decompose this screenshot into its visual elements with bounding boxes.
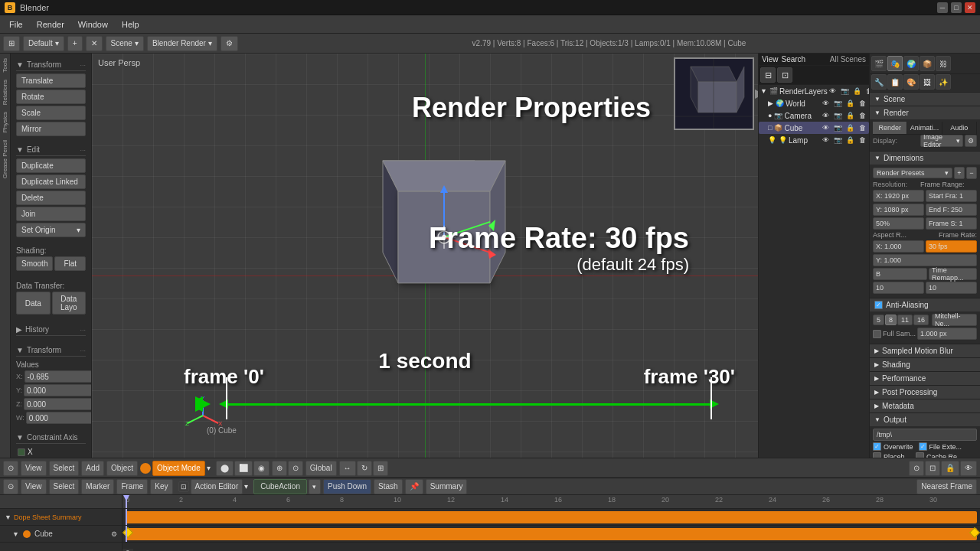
- aspect-x-value[interactable]: X: 1.000: [873, 240, 924, 253]
- proportional-btn[interactable]: ⊙: [909, 461, 924, 476]
- world-render-icon[interactable]: 📷: [832, 98, 843, 109]
- action-name-btn[interactable]: CubeAction: [253, 479, 307, 494]
- eye-icon[interactable]: 👁: [828, 86, 838, 96]
- shading-prop-header[interactable]: ▶ Shading: [870, 358, 980, 371]
- texture-prop-icon[interactable]: 🖼: [920, 74, 935, 90]
- sidebar-tab-relations[interactable]: Relations: [1, 77, 9, 108]
- aspect-y-value[interactable]: Y: 1.000: [873, 254, 977, 266]
- mirror-btn[interactable]: ⊡: [925, 461, 940, 476]
- aa-btn-5[interactable]: 5: [873, 315, 884, 325]
- sidebar-tab-tools[interactable]: Tools: [1, 55, 9, 76]
- view-btn[interactable]: View: [762, 55, 779, 64]
- timeline-view-btn[interactable]: View: [21, 479, 47, 494]
- particle-prop-icon[interactable]: ✨: [936, 74, 951, 90]
- tree-item-lamp[interactable]: 💡 💡 Lamp 👁 📷 🔒 🗑: [759, 134, 869, 146]
- data-layers-btn[interactable]: Data Layo: [52, 292, 87, 315]
- scene-section-header[interactable]: ▼ Scene: [870, 93, 980, 106]
- lamp-eye-icon[interactable]: 👁: [820, 135, 831, 145]
- action-browse-btn[interactable]: ▾: [309, 479, 321, 494]
- aa-btn-8[interactable]: 8: [885, 315, 897, 325]
- lamp-render-icon[interactable]: 📷: [832, 135, 843, 145]
- magnet-icon[interactable]: ⊙: [288, 461, 303, 476]
- stash-btn[interactable]: Stash: [374, 479, 403, 494]
- mode-dropdown-arrow[interactable]: ▾: [207, 464, 211, 472]
- time-val2[interactable]: 10: [926, 282, 977, 294]
- tree-item-cube[interactable]: □ 📦 Cube 👁 📷 🔒 🗑: [759, 122, 869, 134]
- dimensions-section-header[interactable]: ▼ Dimensions: [870, 152, 980, 165]
- scene-dropdown[interactable]: Scene ▾: [106, 36, 144, 51]
- timeline-marker-btn[interactable]: Marker: [81, 479, 114, 494]
- cube-lock-icon[interactable]: 🔒: [844, 122, 855, 133]
- cube-render-icon[interactable]: 📷: [832, 122, 843, 133]
- start-fra-value[interactable]: Start Fra: 1: [926, 190, 977, 202]
- aa-section-header[interactable]: ✓ Anti-Aliasing: [870, 298, 980, 311]
- x-res-value[interactable]: X: 1920 px: [873, 190, 924, 202]
- scale-btn[interactable]: Scale: [16, 106, 86, 120]
- view-lock-btn[interactable]: 👁: [960, 461, 977, 476]
- delete-btn[interactable]: Delete: [16, 191, 86, 205]
- axis-x-checkbox[interactable]: [18, 448, 25, 456]
- vp-select-btn[interactable]: Select: [49, 461, 80, 476]
- render-presets-dropdown[interactable]: Render Presets ▾: [873, 168, 952, 178]
- frame-s-value[interactable]: Frame S: 1: [926, 217, 977, 230]
- render-tab-audio[interactable]: Audio: [942, 122, 977, 134]
- output-path[interactable]: /tmp\: [873, 429, 977, 441]
- frame-rate-value[interactable]: 30 fps: [926, 240, 977, 253]
- camera-trash-icon[interactable]: 🗑: [857, 110, 867, 121]
- rotate-icon[interactable]: ↻: [357, 461, 372, 476]
- rendered-shade-btn[interactable]: ◉: [253, 461, 270, 476]
- aa-btn-16[interactable]: 16: [913, 315, 929, 325]
- display-settings-btn[interactable]: ⚙: [965, 135, 977, 147]
- layout-dropdown[interactable]: Default ▾: [23, 36, 64, 51]
- output-header[interactable]: ▼ Output: [870, 413, 980, 426]
- tree-item-camera[interactable]: ● 📷 Camera 👁 📷 🔒 🗑: [759, 109, 869, 122]
- menu-file[interactable]: File: [3, 18, 29, 31]
- aa-checkbox[interactable]: ✓: [874, 301, 883, 309]
- z-input[interactable]: [24, 398, 91, 410]
- scene-panel-icon1[interactable]: ⊟: [760, 67, 776, 83]
- full-sam-checkbox[interactable]: [873, 330, 881, 338]
- timeline-mode-icon[interactable]: ⊙: [3, 479, 18, 494]
- summary-btn[interactable]: Summary: [426, 479, 468, 494]
- motion-blur-header[interactable]: ▶ Sampled Motion Blur: [870, 344, 980, 357]
- b-value[interactable]: B: [873, 268, 927, 280]
- menu-help[interactable]: Help: [116, 18, 145, 31]
- presets-add-btn[interactable]: +: [954, 167, 965, 179]
- viewport[interactable]: User Persp: [92, 54, 758, 458]
- render-tab-anim[interactable]: Animati...: [907, 122, 942, 134]
- menu-render[interactable]: Render: [31, 18, 70, 31]
- x-input[interactable]: [24, 370, 91, 383]
- tree-item-renderlayers[interactable]: ▼ 🎬 RenderLayers 👁 📷 🔒 🗑: [759, 85, 869, 97]
- sidebar-tab-grease[interactable]: Grease Pencil: [1, 137, 9, 181]
- metadata-header[interactable]: ▶ Metadata: [870, 399, 980, 412]
- scene-prop-icon[interactable]: 🎭: [887, 56, 903, 71]
- camera-render-icon[interactable]: 📷: [832, 110, 843, 121]
- render-section-header[interactable]: ▼ Render: [870, 106, 980, 119]
- lock-cam-btn[interactable]: 🔒: [941, 461, 959, 476]
- translate-btn[interactable]: Translate: [16, 73, 86, 88]
- display-value[interactable]: Image Editor ▾: [920, 135, 963, 147]
- duplicate-linked-btn[interactable]: Duplicate Linked: [16, 174, 86, 189]
- tree-item-world[interactable]: ▶ 🌍 World 👁 📷 🔒 🗑: [759, 97, 869, 109]
- solid-shade-btn[interactable]: ⬤: [216, 461, 234, 476]
- sidebar-tab-physics[interactable]: Physics: [1, 109, 9, 136]
- cache-re-checkbox[interactable]: [916, 452, 924, 458]
- join-btn[interactable]: Join: [16, 207, 86, 221]
- rotate-btn[interactable]: Rotate: [16, 90, 86, 104]
- nearest-frame-btn[interactable]: Nearest Frame: [916, 479, 977, 494]
- menu-window[interactable]: Window: [72, 18, 114, 31]
- timeline-body[interactable]: ▼ Dope Sheet Summary ▼ Cube ⚙ 0 2 4: [0, 495, 980, 551]
- object-prop-icon[interactable]: 📦: [920, 56, 935, 71]
- end-f-value[interactable]: End F: 250: [926, 204, 977, 216]
- constraint-prop-icon[interactable]: ⛓: [936, 56, 951, 71]
- scene-panel-icon2[interactable]: ⊡: [777, 67, 792, 83]
- vp-object-btn[interactable]: Object: [106, 461, 138, 476]
- search-btn[interactable]: Search: [782, 55, 806, 64]
- move-icon[interactable]: ↔: [339, 461, 356, 476]
- presets-del-btn[interactable]: −: [966, 167, 977, 179]
- push-down-btn[interactable]: Push Down: [323, 479, 371, 494]
- data-btn[interactable]: Data: [16, 292, 51, 315]
- flat-btn[interactable]: Flat: [54, 256, 86, 271]
- post-processing-header[interactable]: ▶ Post Processing: [870, 386, 980, 399]
- world-trash-icon[interactable]: 🗑: [857, 98, 867, 109]
